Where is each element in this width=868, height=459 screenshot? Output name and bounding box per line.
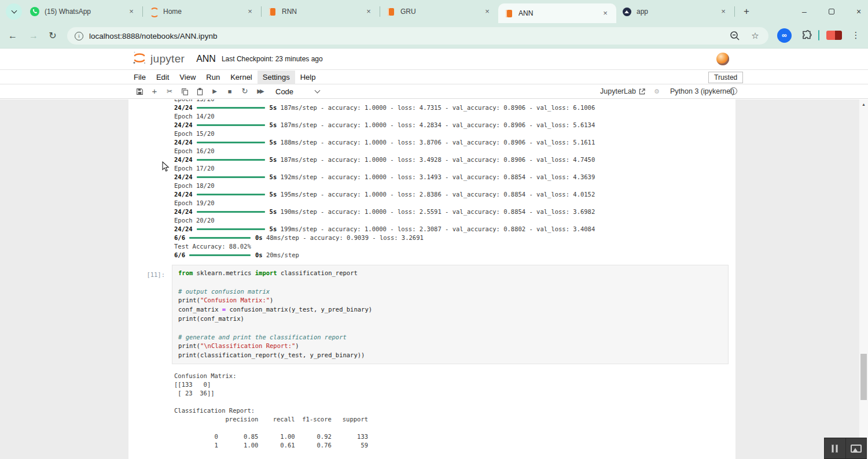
log-progress-line: 24/245s 195ms/step - accuracy: 1.0000 - …	[174, 190, 735, 199]
back-button[interactable]: ←	[6, 29, 19, 42]
log-progress-line: 24/245s 187ms/step - accuracy: 1.0000 - …	[174, 103, 735, 112]
pause-icon	[836, 445, 838, 453]
blue-extension-icon[interactable]: ∞	[777, 28, 792, 43]
paste-cell-button[interactable]	[192, 84, 207, 98]
cell-execution-prompt: [11]:	[128, 265, 172, 364]
log-epoch-line: Epoch 16/20	[174, 147, 735, 156]
new-tab-button[interactable]: +	[738, 3, 755, 20]
tab-close-icon[interactable]: ×	[482, 6, 492, 17]
menu-settings[interactable]: Settings	[258, 71, 295, 84]
url-text[interactable]: localhost:8888/notebooks/ANN.ipynb	[89, 32, 217, 40]
copy-cell-button[interactable]	[177, 84, 192, 98]
trusted-button[interactable]: Trusted	[708, 72, 743, 83]
notebook-icon	[386, 7, 395, 16]
bookmark-star-icon[interactable]: ☆	[749, 30, 761, 42]
kernel-status-idle-icon	[730, 87, 737, 95]
log-progress-line: 24/245s 188ms/step - accuracy: 1.0000 - …	[174, 138, 735, 147]
scrollbar-up-arrow[interactable]: ▲	[859, 99, 868, 106]
restart-run-all-button[interactable]: ▶▶	[252, 84, 267, 98]
site-info-icon[interactable]: i	[75, 32, 83, 40]
tab-label: (15) WhatsApp	[45, 8, 126, 16]
notebook-title[interactable]: ANN	[196, 54, 216, 64]
log-progress-line: 24/245s 187ms/step - accuracy: 1.0000 - …	[174, 156, 735, 164]
maximize-icon	[829, 9, 834, 14]
kernel-name-label[interactable]: Python 3 (ipykernel)	[670, 87, 734, 95]
tab-home[interactable]: Home ×	[143, 0, 261, 23]
tab-app[interactable]: app ×	[616, 0, 734, 23]
cut-cell-button[interactable]: ✂	[162, 84, 177, 98]
menu-view[interactable]: View	[174, 71, 201, 84]
browser-menu-icon[interactable]: ⋮	[851, 28, 861, 43]
code-editor[interactable]: from sklearn.metrics import classificati…	[172, 265, 729, 364]
progress-bar	[197, 142, 265, 143]
log-progress-line: 6/60s 48ms/step - accuracy: 0.9039 - los…	[174, 234, 735, 242]
vertical-scrollbar[interactable]: ▲	[859, 99, 868, 459]
cell-type-dropdown[interactable]: Code	[275, 87, 319, 96]
scrollbar-thumb[interactable]	[860, 354, 867, 400]
chevron-down-icon	[11, 8, 17, 14]
log-epoch-line: Epoch 15/20	[174, 129, 735, 138]
menu-file[interactable]: File	[128, 71, 151, 84]
minimize-button[interactable]: –	[797, 5, 811, 18]
run-cell-button[interactable]: ▶	[207, 84, 222, 98]
tab-close-icon[interactable]: ×	[718, 6, 729, 17]
zoom-out-icon[interactable]	[729, 30, 741, 42]
log-epoch-line: Epoch 19/20	[174, 199, 735, 208]
jupyter-header: jupyter ANN Last Checkpoint: 23 minutes …	[0, 49, 868, 99]
log-epoch-line: Epoch 14/20	[174, 112, 735, 121]
camera-toggle-button[interactable]	[846, 438, 867, 458]
code-cell[interactable]: [11]: from sklearn.metrics import classi…	[128, 265, 735, 364]
cell-type-value: Code	[275, 87, 293, 96]
log-progress-line: 24/245s 187ms/step - accuracy: 1.0000 - …	[174, 121, 735, 129]
idm-extension-icon[interactable]	[826, 31, 842, 40]
extension-separator	[818, 30, 819, 40]
whatsapp-icon	[30, 7, 39, 16]
url-bar[interactable]: i localhost:8888/notebooks/ANN.ipynb ☆	[67, 27, 768, 45]
notebook-scroll-area[interactable]: Epoch 13/2024/245s 187ms/step - accuracy…	[0, 99, 868, 459]
window-controls: – ×	[797, 0, 866, 23]
tab-label: app	[637, 8, 718, 16]
menu-help[interactable]: Help	[295, 71, 321, 84]
browser-tab-bar: (15) WhatsApp × Home × RNN × GRU × ANN ×…	[0, 0, 868, 23]
checkpoint-status: Last Checkpoint: 23 minutes ago	[222, 55, 323, 63]
jupyter-logo-icon	[132, 50, 147, 68]
tab-ann-active[interactable]: ANN ×	[498, 3, 616, 23]
menu-run[interactable]: Run	[201, 71, 225, 84]
jupyter-menubar: File Edit View Run Kernel Settings Help …	[0, 69, 868, 84]
tab-whatsapp[interactable]: (15) WhatsApp ×	[24, 0, 142, 23]
extensions-puzzle-icon[interactable]	[800, 28, 812, 43]
tab-separator	[734, 6, 735, 17]
progress-bar	[197, 176, 265, 178]
tab-search-button[interactable]	[6, 3, 22, 20]
log-epoch-line: Epoch 17/20	[174, 164, 735, 173]
maximize-button[interactable]	[825, 5, 838, 18]
reload-button[interactable]: ↻	[46, 29, 59, 42]
jupyterlab-link[interactable]: JupyterLab	[600, 87, 645, 95]
save-button[interactable]	[132, 84, 147, 98]
notebook-icon	[267, 7, 277, 16]
jupyter-wordmark: jupyter	[150, 53, 185, 65]
camera-icon	[851, 445, 862, 453]
tab-close-icon[interactable]: ×	[245, 6, 255, 17]
tab-close-icon[interactable]: ×	[126, 6, 137, 17]
restart-kernel-button[interactable]: ↻	[237, 84, 252, 98]
forward-button[interactable]: →	[27, 29, 40, 42]
progress-bar	[197, 124, 265, 126]
tab-close-icon[interactable]: ×	[600, 8, 610, 18]
menu-kernel[interactable]: Kernel	[225, 71, 258, 84]
pause-recording-button[interactable]	[825, 438, 846, 458]
jupyter-home-icon	[149, 7, 158, 16]
menu-edit[interactable]: Edit	[151, 71, 174, 84]
add-cell-button[interactable]: +	[147, 84, 162, 98]
tab-gru[interactable]: GRU ×	[380, 0, 498, 23]
notification-bell-icon[interactable]: ⚙	[654, 88, 660, 95]
tab-close-icon[interactable]: ×	[363, 6, 374, 17]
tab-label: RNN	[282, 8, 363, 16]
stop-kernel-button[interactable]: ■	[222, 84, 237, 98]
floating-extension-sphere-icon[interactable]	[716, 53, 729, 65]
jupyter-toolbar: + ✂ ▶ ■ ↻ ▶▶ Code JupyterLab ⚙ Python 3 …	[0, 84, 868, 99]
tab-rnn[interactable]: RNN ×	[262, 0, 380, 23]
close-window-button[interactable]: ×	[852, 5, 866, 18]
browser-address-bar: ← → ↻ i localhost:8888/notebooks/ANN.ipy…	[0, 23, 868, 49]
log-progress-line: 24/245s 199ms/step - accuracy: 1.0000 - …	[174, 225, 735, 234]
